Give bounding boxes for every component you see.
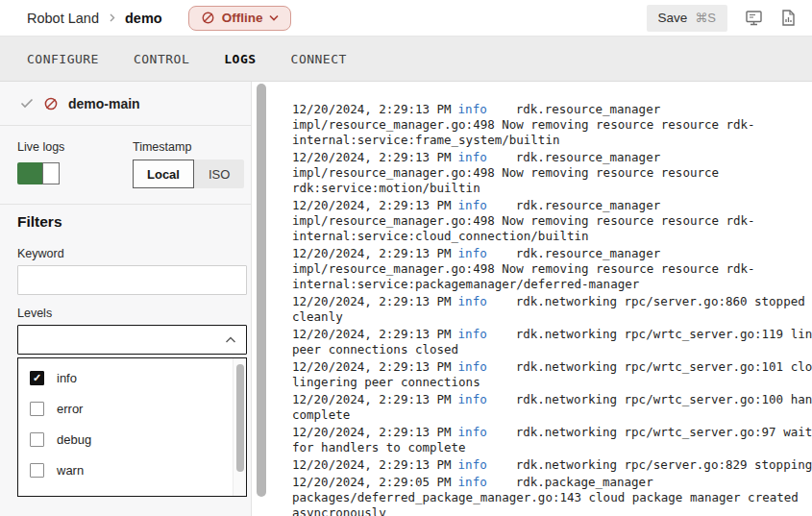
- level-option[interactable]: warn: [18, 455, 246, 485]
- log-entry: 12/20/2024, 2:29:13 PMinfordk.resource_m…: [292, 246, 812, 292]
- log-timestamp: 12/20/2024, 2:29:13 PM: [292, 327, 452, 341]
- offline-icon: [43, 96, 59, 111]
- log-level: info: [458, 475, 487, 489]
- level-option-label: warn: [57, 463, 84, 478]
- keyword-input[interactable]: [17, 265, 247, 295]
- log-level: info: [458, 359, 487, 374]
- log-timestamp: 12/20/2024, 2:29:05 PM: [292, 475, 452, 489]
- status-badge-label: Offline: [222, 11, 263, 25]
- timestamp-option[interactable]: ISO: [194, 160, 244, 188]
- log-message: rdk.networking rpc/server.go:829 stoppin…: [516, 457, 812, 472]
- live-logs-label: Live logs: [17, 140, 64, 154]
- log-entry: 12/20/2024, 2:29:13 PMinfordk.networking…: [292, 392, 812, 423]
- offline-icon: [201, 11, 215, 25]
- machine-status-badge[interactable]: Offline: [188, 6, 292, 31]
- tab[interactable]: CONFIGURE: [27, 52, 99, 66]
- log-timestamp: 12/20/2024, 2:29:13 PM: [292, 198, 452, 212]
- log-level: info: [458, 150, 487, 164]
- log-entry: 12/20/2024, 2:29:13 PMinfordk.networking…: [292, 327, 812, 357]
- save-shortcut: ⌘S: [695, 11, 716, 25]
- log-timestamp: 12/20/2024, 2:29:13 PM: [292, 392, 452, 406]
- timestamp-label: Timestamp: [133, 140, 191, 154]
- content-scrollbar[interactable]: [257, 82, 266, 516]
- timestamp-option[interactable]: Local: [133, 160, 194, 188]
- dropdown-scrollbar[interactable]: [233, 358, 246, 496]
- level-option-label: debug: [57, 432, 91, 447]
- chevron-down-icon: [269, 14, 279, 21]
- breadcrumb-machine: demo: [125, 11, 162, 26]
- save-button[interactable]: Save ⌘S: [647, 5, 727, 32]
- log-entry: 12/20/2024, 2:29:13 PMinfordk.resource_m…: [292, 150, 812, 196]
- tab-bar: CONFIGURE CONTROL LOGS CONNECT: [0, 37, 812, 82]
- level-option-label: error: [57, 402, 83, 416]
- log-entry: 12/20/2024, 2:29:13 PMinfordk.networking…: [292, 425, 812, 455]
- log-entry: 12/20/2024, 2:29:13 PMinfordk.networking…: [292, 457, 812, 473]
- level-option[interactable]: error: [18, 393, 246, 424]
- log-list: 12/20/2024, 2:29:13 PMinfordk.resource_m…: [292, 102, 812, 516]
- level-option[interactable]: info: [18, 362, 246, 393]
- level-checkbox[interactable]: [30, 463, 44, 478]
- divider: [0, 204, 251, 205]
- level-checkbox[interactable]: [30, 432, 44, 447]
- tab[interactable]: CONTROL: [134, 52, 189, 66]
- part-name: demo-main: [68, 96, 140, 111]
- chevron-up-icon: [225, 336, 236, 344]
- level-checkbox[interactable]: [30, 402, 44, 416]
- log-level: info: [458, 246, 487, 260]
- breadcrumb-org[interactable]: Robot Land: [27, 11, 99, 26]
- timestamp-format-switch: Local ISO: [133, 160, 244, 188]
- log-entry: 12/20/2024, 2:29:13 PMinfordk.networking…: [292, 359, 812, 390]
- level-option-label: info: [57, 371, 77, 385]
- header-actions: Save ⌘S: [647, 5, 812, 32]
- levels-dropdown: info error debug warn: [17, 357, 247, 497]
- log-level: info: [458, 198, 487, 212]
- log-timestamp: 12/20/2024, 2:29:13 PM: [292, 246, 452, 260]
- tab[interactable]: CONNECT: [291, 52, 347, 66]
- save-button-label: Save: [658, 11, 688, 25]
- log-timestamp: 12/20/2024, 2:29:13 PM: [292, 457, 452, 472]
- levels-select[interactable]: [17, 325, 247, 355]
- log-timestamp: 12/20/2024, 2:29:13 PM: [292, 425, 452, 439]
- keyword-label: Keyword: [17, 247, 64, 260]
- logs-panel: 12/20/2024, 2:29:13 PMinfordk.resource_m…: [267, 82, 812, 516]
- level-option[interactable]: debug: [18, 424, 246, 455]
- logs-sidebar: demo-main Live logs Timestamp Local ISO …: [0, 82, 252, 516]
- breadcrumb-chevron-icon: [108, 13, 116, 22]
- log-level: info: [458, 425, 487, 439]
- part-selector[interactable]: demo-main: [0, 82, 251, 126]
- log-entry: 12/20/2024, 2:29:13 PMinfordk.resource_m…: [292, 102, 812, 148]
- breadcrumb: Robot Land demo Offline: [0, 6, 647, 31]
- level-checkbox[interactable]: [30, 371, 44, 385]
- log-level: info: [458, 327, 487, 341]
- levels-label: Levels: [17, 307, 52, 320]
- log-timestamp: 12/20/2024, 2:29:13 PM: [292, 150, 452, 164]
- filters-title: Filters: [17, 213, 62, 231]
- log-level: info: [458, 392, 487, 406]
- log-entry: 12/20/2024, 2:29:13 PMinfordk.networking…: [292, 294, 812, 325]
- check-icon: [20, 98, 34, 109]
- dropdown-scrollbar-thumb[interactable]: [236, 364, 244, 472]
- log-entry: 12/20/2024, 2:29:05 PMinfordk.package_ma…: [292, 475, 812, 516]
- monitor-icon[interactable]: [745, 9, 763, 27]
- log-level: info: [458, 457, 487, 472]
- log-timestamp: 12/20/2024, 2:29:13 PM: [292, 102, 452, 116]
- live-logs-toggle[interactable]: [17, 162, 60, 184]
- content-scrollbar-thumb[interactable]: [257, 84, 266, 497]
- log-entry: 12/20/2024, 2:29:13 PMinfordk.resource_m…: [292, 198, 812, 244]
- file-chart-icon[interactable]: [780, 9, 797, 27]
- log-timestamp: 12/20/2024, 2:29:13 PM: [292, 294, 452, 308]
- tab[interactable]: LOGS: [224, 52, 256, 66]
- log-level: info: [458, 294, 487, 308]
- log-level: info: [458, 102, 487, 116]
- log-timestamp: 12/20/2024, 2:29:13 PM: [292, 359, 452, 374]
- toggle-knob: [42, 162, 60, 184]
- header: Robot Land demo Offline Save ⌘S: [0, 0, 812, 37]
